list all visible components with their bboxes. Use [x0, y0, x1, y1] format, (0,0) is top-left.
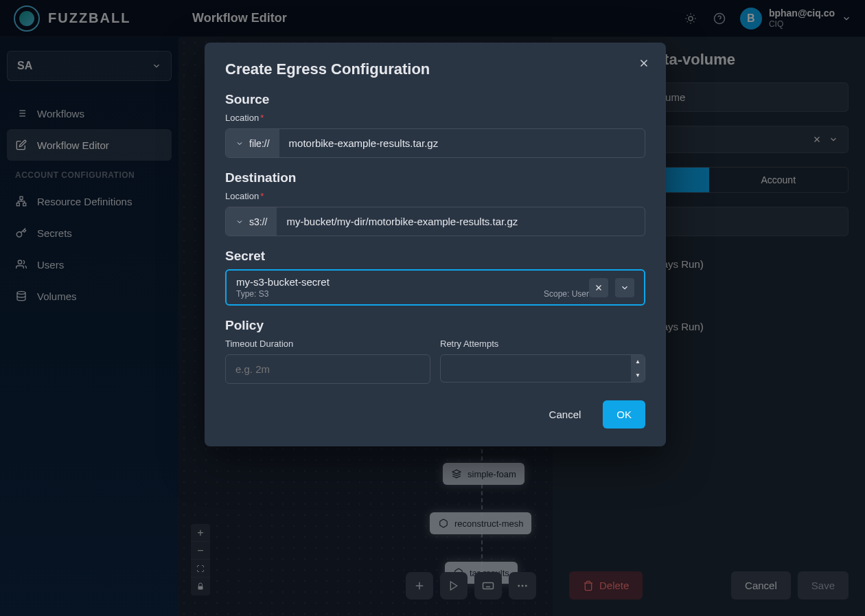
- close-button[interactable]: [636, 55, 652, 71]
- modal-cancel-button[interactable]: Cancel: [535, 400, 595, 429]
- policy-section-title: Policy: [225, 318, 645, 333]
- retry-label: Retry Attempts: [440, 339, 645, 349]
- destination-section-title: Destination: [225, 170, 645, 185]
- clear-secret-button[interactable]: [589, 278, 608, 297]
- destination-location-label: Location*: [225, 191, 645, 201]
- modal-ok-button[interactable]: OK: [603, 400, 645, 429]
- destination-location-input: s3://: [225, 207, 645, 236]
- source-section-title: Source: [225, 92, 645, 107]
- secret-scope: Scope: User: [544, 289, 589, 299]
- retry-decrement[interactable]: ▼: [631, 369, 645, 383]
- open-secret-dropdown[interactable]: [615, 278, 634, 297]
- chevron-down-icon: [235, 139, 244, 148]
- destination-protocol-select[interactable]: s3://: [226, 207, 277, 236]
- source-path-input[interactable]: [279, 129, 645, 157]
- secret-section-title: Secret: [225, 249, 645, 264]
- chevron-down-icon: [235, 218, 244, 226]
- retry-number-input[interactable]: [441, 355, 631, 382]
- timeout-input[interactable]: [225, 354, 430, 384]
- egress-modal: Create Egress Configuration Source Locat…: [205, 43, 666, 446]
- source-location-input: file://: [225, 128, 645, 158]
- secret-name: my-s3-bucket-secret: [236, 276, 589, 288]
- retry-input: ▲ ▼: [440, 354, 645, 383]
- source-protocol-select[interactable]: file://: [226, 129, 279, 157]
- source-location-label: Location*: [225, 113, 645, 123]
- secret-select[interactable]: my-s3-bucket-secret Type: S3 Scope: User: [225, 269, 645, 306]
- secret-type: Type: S3: [236, 289, 268, 299]
- retry-increment[interactable]: ▲: [631, 355, 645, 369]
- modal-title: Create Egress Configuration: [225, 60, 645, 78]
- destination-path-input[interactable]: [277, 207, 645, 236]
- timeout-label: Timeout Duration: [225, 339, 430, 349]
